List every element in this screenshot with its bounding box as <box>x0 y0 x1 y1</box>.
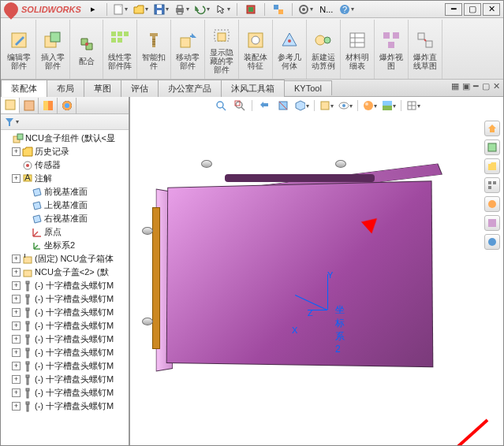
expand-icon[interactable]: + <box>12 402 21 411</box>
section-view-icon[interactable] <box>276 98 290 113</box>
scene-icon[interactable]: ▾ <box>382 98 396 113</box>
tree-item[interactable]: +(-) 十字槽盘头螺钉M <box>1 400 129 413</box>
doc-view2-icon[interactable]: ▣ <box>462 81 470 91</box>
settings-icon[interactable]: ▾ <box>297 2 315 17</box>
print-icon[interactable]: ▾ <box>174 2 191 17</box>
rail-home-icon[interactable] <box>484 121 500 136</box>
minimize-button[interactable]: ━ <box>445 3 462 16</box>
tab-mufeng[interactable]: 沐风工具箱 <box>221 80 285 97</box>
fp-tab-config[interactable] <box>39 98 58 113</box>
ribbon-move-part[interactable]: 移动零部件 <box>171 20 205 79</box>
save-icon[interactable]: ▾ <box>153 2 170 17</box>
tree-item[interactable]: +(-) 十字槽盘头螺钉M <box>1 306 129 319</box>
expand-icon[interactable]: + <box>12 308 21 317</box>
expand-icon[interactable]: + <box>12 174 21 183</box>
ribbon-linear-pattern[interactable]: 线性零部件阵 <box>103 20 137 79</box>
tree-item[interactable]: +(-) 十字槽盘头螺钉M <box>1 279 129 292</box>
tree-item[interactable]: +(-) 十字槽盘头螺钉M <box>1 333 129 346</box>
tree-item[interactable]: +(-) 十字槽盘头螺钉M <box>1 386 129 400</box>
tree-item[interactable]: 右视基准面 <box>1 212 129 225</box>
zoom-fit-icon[interactable] <box>214 98 228 113</box>
tree-item[interactable]: +(-) 十字槽盘头螺钉M <box>1 359 129 373</box>
rebuild-icon[interactable] <box>242 2 259 17</box>
menubar-dropdown-icon[interactable]: ▸ <box>84 2 102 17</box>
tree-item[interactable]: 前视基准面 <box>1 185 129 199</box>
expand-icon[interactable]: + <box>12 348 21 357</box>
filter-dropdown-icon[interactable]: ▾ <box>16 118 19 125</box>
tab-evaluate[interactable]: 评估 <box>121 80 159 97</box>
tab-layout[interactable]: 布局 <box>47 80 84 97</box>
rail-custom-icon[interactable] <box>484 215 500 231</box>
prev-view-icon[interactable] <box>257 98 271 113</box>
open-file-icon[interactable]: ▾ <box>133 2 150 17</box>
tree-item[interactable]: 传感器 <box>1 158 129 172</box>
ribbon-edit-part[interactable]: 编辑零部件 <box>2 20 36 79</box>
fp-tab-appearance[interactable] <box>58 98 77 113</box>
tree-item[interactable]: +历史记录 <box>1 145 129 158</box>
tab-sketch[interactable]: 草图 <box>84 80 121 97</box>
rail-custom2-icon[interactable] <box>484 234 500 250</box>
new-file-icon[interactable]: ▾ <box>112 2 129 17</box>
help-icon[interactable]: ?▾ <box>338 2 356 17</box>
tab-assembly[interactable]: 装配体 <box>1 80 47 97</box>
expand-icon[interactable]: + <box>12 147 21 156</box>
expand-icon[interactable]: + <box>12 281 21 290</box>
tree-item[interactable]: +f(固定) NCU盒子箱体 <box>1 252 129 266</box>
undo-icon[interactable]: ▾ <box>194 2 211 17</box>
fp-tab-property[interactable] <box>20 98 39 113</box>
ribbon-ref-geometry[interactable]: 参考几何体 <box>273 20 307 79</box>
expand-icon[interactable]: + <box>12 268 21 277</box>
fp-tab-feature-tree[interactable] <box>1 98 20 113</box>
rail-library-icon[interactable] <box>484 139 500 155</box>
ribbon-exploded-line[interactable]: 爆炸直线草图 <box>409 20 442 79</box>
rail-appearance-icon[interactable] <box>484 196 500 212</box>
ribbon-new-motion[interactable]: 新建运动算例 <box>307 20 341 79</box>
tree-item[interactable]: +(-) 十字槽盘头螺钉M <box>1 292 129 306</box>
expand-icon[interactable]: + <box>12 335 21 344</box>
tree-item[interactable]: +NCU盒子盖<2> (默 <box>1 266 129 279</box>
ribbon-smart-fastener[interactable]: 智能扣件 <box>137 20 171 79</box>
tree-item[interactable]: 坐标系2 <box>1 239 129 252</box>
expand-icon[interactable]: + <box>12 295 21 303</box>
expand-icon[interactable]: + <box>12 362 21 370</box>
tree-item[interactable]: 原点 <box>1 225 129 239</box>
display-style-icon[interactable]: ▾ <box>319 98 334 113</box>
feature-tree[interactable]: NCU盒子组件 (默认<显 +历史记录传感器+A注解前视基准面上视基准面右视基准… <box>1 130 129 445</box>
ribbon-bom[interactable]: 材料明细表 <box>341 20 375 79</box>
menu-new-text[interactable]: N... <box>318 2 335 17</box>
ribbon-show-hidden[interactable]: 显示隐藏的零部件 <box>205 20 239 79</box>
tree-item[interactable]: +(-) 十字槽盘头螺钉M <box>1 346 129 359</box>
hide-show-icon[interactable]: ▾ <box>338 98 353 113</box>
tab-office[interactable]: 办公室产品 <box>158 80 222 97</box>
tree-item[interactable]: 上视基准面 <box>1 199 129 212</box>
tree-item[interactable]: +A注解 <box>1 172 129 185</box>
expand-icon[interactable]: + <box>12 388 21 397</box>
doc-view1-icon[interactable]: ▦ <box>451 81 459 91</box>
tree-item[interactable]: +(-) 十字槽盘头螺钉M <box>1 319 129 333</box>
select-icon[interactable]: ▾ <box>215 2 232 17</box>
appearance-icon[interactable]: ▾ <box>363 98 377 113</box>
zoom-area-icon[interactable] <box>233 98 247 113</box>
maximize-button[interactable]: ▢ <box>464 3 481 16</box>
view-orient-icon[interactable]: ▾ <box>295 98 309 113</box>
close-button[interactable]: ✕ <box>483 3 500 16</box>
tree-item[interactable]: +(-) 十字槽盘头螺钉M <box>1 373 129 386</box>
rail-explorer-icon[interactable] <box>484 158 500 174</box>
doc-minimize-icon[interactable]: ━ <box>473 81 479 91</box>
tree-root[interactable]: NCU盒子组件 (默认<显 <box>1 132 129 145</box>
filter-funnel-icon[interactable] <box>4 117 15 128</box>
options-icon[interactable] <box>270 2 287 17</box>
view-settings-icon[interactable]: ▾ <box>406 98 420 113</box>
ribbon-exploded-view[interactable]: 爆炸视图 <box>375 20 409 79</box>
expand-icon[interactable]: + <box>12 375 21 384</box>
rail-view-palette-icon[interactable] <box>484 177 500 193</box>
ribbon-mate[interactable]: 配合 <box>70 20 103 79</box>
expand-icon[interactable]: + <box>12 321 21 330</box>
ribbon-insert-part[interactable]: 插入零部件 <box>36 20 70 79</box>
doc-close-icon[interactable]: ✕ <box>493 81 500 91</box>
doc-maximize-icon[interactable]: ▢ <box>482 81 490 91</box>
tab-kytool[interactable]: KYTool <box>284 80 332 95</box>
graphics-viewport[interactable]: ▾ ▾ ▾ ▾ ▾ ▾ Y X Z <box>130 97 503 445</box>
ribbon-assembly-feature[interactable]: 装配体特征 <box>239 20 273 79</box>
expand-icon[interactable]: + <box>12 255 21 263</box>
